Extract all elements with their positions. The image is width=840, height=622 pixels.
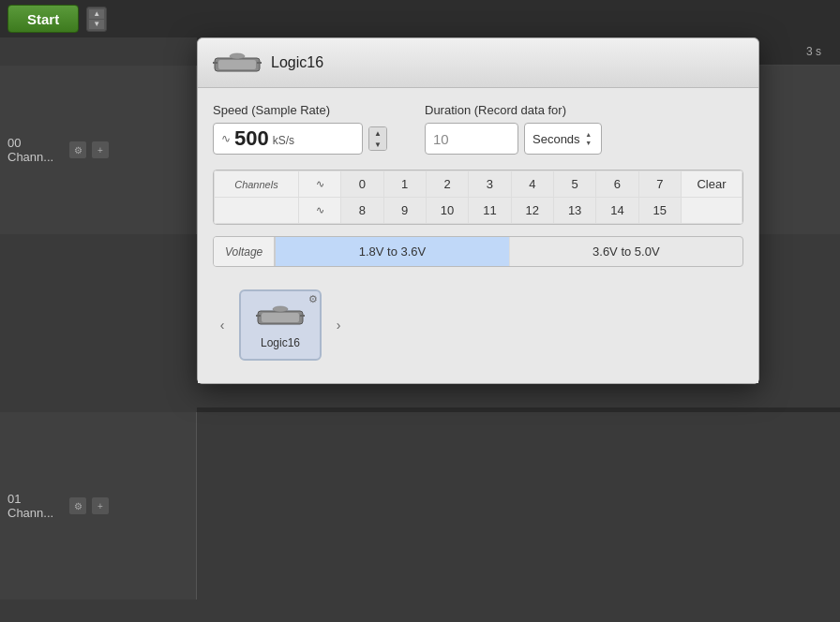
- speed-up-button[interactable]: ▲: [369, 127, 386, 139]
- channel-01-settings-icon[interactable]: ⚙: [69, 497, 86, 514]
- speed-control: ∿ 500 kS/s ▲ ▼: [213, 123, 387, 155]
- channels-label: Channels: [215, 171, 299, 198]
- ch-14[interactable]: 14: [596, 198, 638, 224]
- svg-rect-3: [257, 62, 262, 64]
- channel-00-settings-icon[interactable]: ⚙: [69, 141, 86, 158]
- ch-2[interactable]: 2: [426, 171, 468, 198]
- ruler-time-label: 3 s: [806, 45, 821, 58]
- svg-point-9: [273, 306, 288, 312]
- carousel-right-button[interactable]: ›: [329, 316, 348, 334]
- channels-table: Channels ∿ 0 1 2 3 4 5 6 7 Clear: [214, 170, 742, 224]
- speed-stepper: ▲ ▼: [368, 126, 387, 151]
- channel-sidebar-01: 01 Chann... ⚙ +: [0, 412, 197, 600]
- clear-button[interactable]: Clear: [681, 171, 742, 198]
- ch-15[interactable]: 15: [638, 198, 681, 224]
- svg-point-4: [230, 53, 245, 59]
- svg-rect-2: [213, 62, 218, 64]
- duration-input[interactable]: [425, 123, 518, 155]
- speed-label: Speed (Sample Rate): [213, 103, 387, 117]
- channel-icon-cell: ∿: [298, 171, 340, 198]
- device-carousel: ‹ ⚙ Logic16 ›: [213, 282, 743, 368]
- device-card-icon: [256, 301, 305, 331]
- unit-up-arrow: ▲: [584, 131, 593, 139]
- speed-down-button[interactable]: ▼: [369, 139, 386, 150]
- carousel-left-button[interactable]: ‹: [213, 316, 232, 334]
- unit-down-arrow: ▼: [584, 140, 593, 147]
- voltage-row: Voltage 1.8V to 3.6V 3.6V to 5.0V: [213, 236, 743, 267]
- dialog-title: Logic16: [271, 54, 323, 71]
- ch-13[interactable]: 13: [553, 198, 595, 224]
- speed-group: Speed (Sample Rate) ∿ 500 kS/s ▲ ▼: [213, 103, 387, 155]
- ch-12[interactable]: 12: [511, 198, 553, 224]
- duration-group: Duration (Record data for) Seconds ▲ ▼: [425, 103, 602, 155]
- ch-0[interactable]: 0: [341, 171, 383, 198]
- device-card-label: Logic16: [261, 336, 300, 349]
- channel-sidebar-00: 00 Chann... ⚙ +: [0, 66, 197, 234]
- svg-rect-6: [262, 313, 299, 322]
- voltage-option-2[interactable]: 3.6V to 5.0V: [510, 237, 742, 266]
- voltage-label: Voltage: [214, 237, 276, 266]
- start-button[interactable]: Start: [8, 5, 79, 33]
- arrow-down-btn[interactable]: ▼: [89, 20, 104, 29]
- svg-rect-1: [218, 60, 256, 69]
- speed-unit: kS/s: [273, 134, 294, 147]
- settings-row: Speed (Sample Rate) ∿ 500 kS/s ▲ ▼: [213, 103, 743, 155]
- app-container: Start ▲ ▼ 3 s 00 Chann... ⚙ + W 3.001 s …: [0, 0, 840, 622]
- dialog-header: Logic16: [198, 38, 758, 88]
- device-card-logic16[interactable]: ⚙ Logic16: [239, 289, 322, 361]
- svg-rect-8: [300, 315, 305, 317]
- duration-unit-text: Seconds: [532, 132, 580, 146]
- speed-display: ∿ 500 kS/s: [213, 123, 363, 155]
- voltage-option-1[interactable]: 1.8V to 3.6V: [276, 237, 509, 266]
- ch-7[interactable]: 7: [638, 171, 681, 198]
- ch-6[interactable]: 6: [596, 171, 638, 198]
- duration-unit-arrows: ▲ ▼: [584, 131, 593, 147]
- duration-label: Duration (Record data for): [425, 103, 602, 117]
- channel-01-label: 01 Chann...: [8, 492, 64, 520]
- ch-10[interactable]: 10: [426, 198, 468, 224]
- svg-rect-7: [256, 315, 261, 317]
- channel-01-add-icon[interactable]: +: [92, 497, 109, 514]
- channel-row2-spacer: [215, 198, 299, 224]
- channel-00-add-icon[interactable]: +: [92, 141, 109, 158]
- header-device-icon: [213, 48, 262, 78]
- ch-8[interactable]: 8: [341, 198, 383, 224]
- transport-arrows: ▲ ▼: [86, 7, 107, 32]
- ch-9[interactable]: 9: [383, 198, 426, 224]
- channel-00-label: 00 Chann...: [8, 136, 64, 164]
- channels-section: Channels ∿ 0 1 2 3 4 5 6 7 Clear: [213, 170, 743, 225]
- channel-icon-cell-2: ∿: [298, 198, 340, 224]
- ch-row2-end: [681, 198, 742, 224]
- ch-1[interactable]: 1: [383, 171, 426, 198]
- ch-3[interactable]: 3: [469, 171, 511, 198]
- speed-value: 500: [234, 126, 269, 151]
- channel-row-1: Channels ∿ 0 1 2 3 4 5 6 7 Clear: [215, 171, 742, 198]
- device-gear-icon: ⚙: [308, 293, 318, 305]
- dialog-body: Speed (Sample Rate) ∿ 500 kS/s ▲ ▼: [198, 88, 758, 383]
- ch-4[interactable]: 4: [511, 171, 553, 198]
- arrow-up-btn[interactable]: ▲: [89, 9, 104, 19]
- device-dialog: Logic16 Speed (Sample Rate) ∿ 500 kS/s ▲: [197, 37, 759, 384]
- ch-5[interactable]: 5: [553, 171, 595, 198]
- duration-control: Seconds ▲ ▼: [425, 123, 602, 155]
- top-bar: Start ▲ ▼: [0, 0, 840, 37]
- channel-01-content: [197, 412, 840, 600]
- duration-unit-select[interactable]: Seconds ▲ ▼: [524, 123, 602, 155]
- channel-row-2: ∿ 8 9 10 11 12 13 14 15: [215, 198, 742, 224]
- ch-11[interactable]: 11: [469, 198, 511, 224]
- speed-wave-icon: ∿: [221, 132, 231, 145]
